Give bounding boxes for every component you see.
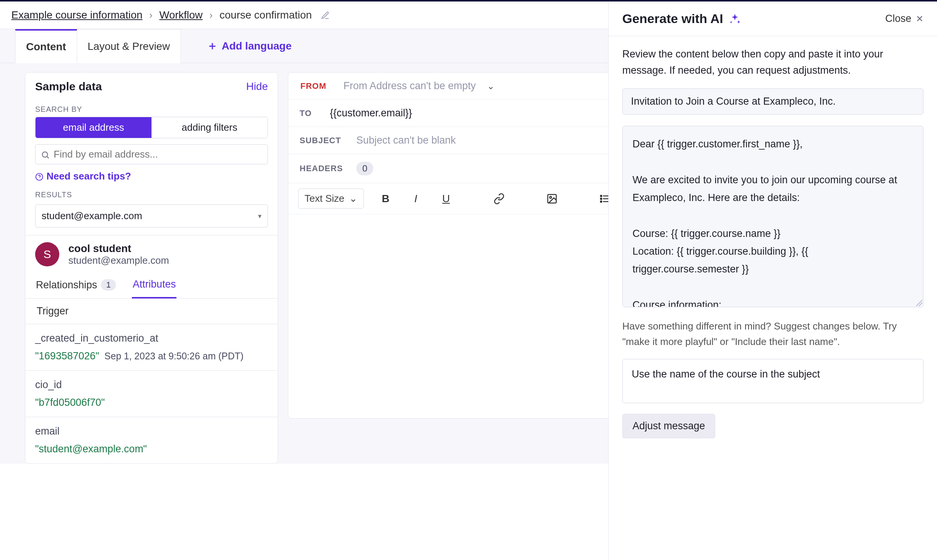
from-label: FROM: [298, 80, 332, 92]
segment-email-address[interactable]: email address: [36, 117, 152, 138]
tab-relationships[interactable]: Relationships 1: [35, 274, 117, 298]
plus-icon: ＋: [207, 38, 218, 54]
breadcrumb-root[interactable]: Example course information: [11, 9, 142, 21]
search-icon: [41, 149, 50, 160]
trigger-row[interactable]: Trigger: [25, 299, 278, 324]
subject-placeholder[interactable]: Subject can't be blank: [356, 135, 456, 146]
link-button[interactable]: [491, 190, 507, 207]
ai-generated-subject[interactable]: Invitation to Join a Course at Exampleco…: [622, 88, 923, 114]
svg-point-3: [549, 196, 551, 198]
attribute-item: email "student@example.com": [25, 417, 278, 463]
hide-link[interactable]: Hide: [246, 80, 268, 93]
attributes-list: _created_in_customerio_at "1693587026" S…: [25, 324, 278, 463]
ai-panel-title: Generate with AI: [622, 11, 741, 26]
ai-hint-text: Have something different in mind? Sugges…: [622, 319, 923, 349]
italic-button[interactable]: I: [408, 190, 424, 207]
search-by-label: SEARCH BY: [25, 98, 278, 117]
underline-button[interactable]: U: [438, 190, 455, 207]
image-button[interactable]: [544, 190, 560, 207]
sparkles-icon: [728, 12, 741, 25]
relationships-count: 1: [101, 279, 116, 291]
attribute-timestamp: Sep 1, 2023 at 9:50:26 am (PDT): [104, 351, 243, 362]
tab-attributes[interactable]: Attributes: [132, 274, 176, 299]
headers-label: HEADERS: [300, 164, 345, 173]
bold-button[interactable]: B: [377, 190, 394, 207]
svg-point-0: [42, 152, 48, 157]
attribute-item: _created_in_customerio_at "1693587026" S…: [25, 324, 278, 370]
tab-content[interactable]: Content: [15, 29, 77, 63]
generate-ai-panel: Generate with AI Close ✕ Review the cont…: [608, 2, 937, 464]
search-input-wrap: [35, 144, 268, 164]
chevron-down-icon[interactable]: ⌄: [487, 81, 495, 91]
tab-layout-preview[interactable]: Layout & Preview: [77, 29, 181, 63]
attribute-key: _created_in_customerio_at: [35, 333, 268, 344]
search-input[interactable]: [54, 149, 262, 160]
to-label: TO: [300, 108, 319, 118]
attribute-value: "b7fd05006f70": [35, 397, 105, 408]
svg-point-9: [600, 201, 602, 202]
profile-card: S cool student student@example.com: [25, 235, 278, 272]
edit-icon[interactable]: [321, 10, 330, 20]
chevron-down-icon: ▾: [258, 212, 261, 220]
search-by-segment: email address adding filters: [35, 117, 268, 138]
search-tips-link[interactable]: Need search tips?: [25, 166, 278, 184]
svg-point-7: [600, 195, 602, 196]
sample-data-title: Sample data: [35, 80, 102, 93]
from-placeholder[interactable]: From Address can't be empty: [343, 80, 476, 92]
attribute-value: "student@example.com": [35, 443, 147, 455]
svg-point-8: [600, 198, 602, 200]
ai-generated-body[interactable]: Dear {{ trigger.customer.first_name }}, …: [622, 126, 923, 307]
ai-panel-description: Review the content below then copy and p…: [622, 46, 923, 79]
breadcrumb-current: course confirmation: [220, 9, 312, 21]
breadcrumb-workflow[interactable]: Workflow: [159, 9, 203, 21]
results-select[interactable]: student@example.com ▾: [35, 204, 268, 227]
close-button[interactable]: Close ✕: [885, 13, 923, 25]
segment-adding-filters[interactable]: adding filters: [152, 117, 267, 138]
attribute-value: "1693587026": [35, 350, 99, 362]
to-value[interactable]: {{customer.email}}: [330, 107, 412, 119]
attribute-key: cio_id: [35, 379, 268, 391]
avatar: S: [35, 242, 59, 266]
adjust-message-button[interactable]: Adjust message: [622, 414, 715, 438]
ai-suggest-input[interactable]: Use the name of the course in the subjec…: [622, 359, 923, 403]
sample-data-panel: Sample data Hide SEARCH BY email address…: [25, 72, 278, 464]
attribute-key: email: [35, 425, 268, 437]
add-language-label: Add language: [222, 40, 292, 52]
headers-count: 0: [356, 162, 373, 175]
attribute-item: cio_id "b7fd05006f70": [25, 370, 278, 417]
results-label: RESULTS: [25, 184, 278, 202]
close-icon: ✕: [916, 14, 923, 24]
profile-email: student@example.com: [68, 255, 169, 266]
add-language-button[interactable]: ＋ Add language: [196, 29, 302, 63]
chevron-down-icon: ⌄: [349, 193, 357, 204]
subject-label: SUBJECT: [300, 136, 345, 145]
chevron-right-icon: ›: [149, 9, 153, 21]
chevron-right-icon: ›: [209, 9, 213, 21]
help-icon: [35, 170, 43, 182]
results-selected-value: student@example.com: [42, 210, 142, 222]
profile-name: cool student: [68, 243, 169, 255]
text-size-select[interactable]: Text Size ⌄: [298, 189, 364, 209]
